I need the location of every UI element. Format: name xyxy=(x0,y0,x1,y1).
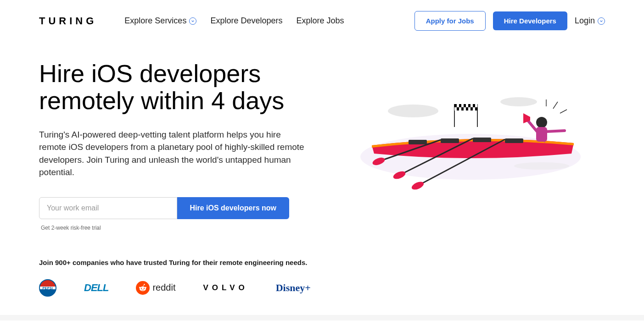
login-link[interactable]: Login xyxy=(575,16,605,26)
dell-label: DELL xyxy=(84,282,108,294)
svg-rect-10 xyxy=(457,107,459,110)
hero-content: Hire iOS developers remotely within 4 da… xyxy=(39,60,308,231)
svg-line-23 xyxy=(546,131,565,132)
email-form: Hire iOS developers now xyxy=(39,197,289,219)
svg-point-33 xyxy=(514,162,569,170)
svg-point-38 xyxy=(145,287,146,288)
chevron-down-icon xyxy=(598,17,605,25)
svg-point-36 xyxy=(144,288,145,289)
nav-label: Explore Developers xyxy=(210,16,282,26)
nav-label: Explore Services xyxy=(124,16,186,26)
svg-rect-16 xyxy=(409,140,427,144)
svg-line-25 xyxy=(553,102,558,109)
nav-explore-services[interactable]: Explore Services xyxy=(124,16,196,26)
pepsi-label: PEPSI xyxy=(42,286,53,289)
svg-rect-6 xyxy=(459,104,461,107)
svg-point-35 xyxy=(141,288,142,289)
trust-section: Join 900+ companies who have trusted Tur… xyxy=(0,259,644,315)
volvo-logo: VOLVO xyxy=(203,283,248,292)
svg-line-39 xyxy=(143,285,144,287)
bottom-divider xyxy=(0,315,644,320)
header-right: Apply for Jobs Hire Developers Login xyxy=(414,11,605,31)
hero-section: Hire iOS developers remotely within 4 da… xyxy=(0,42,644,259)
reddit-label: reddit xyxy=(152,282,175,293)
login-label: Login xyxy=(575,16,595,26)
header: TURING Explore Services Explore Develope… xyxy=(0,0,644,42)
logo[interactable]: TURING xyxy=(39,15,97,27)
svg-rect-19 xyxy=(505,138,523,143)
hero-description: Turing's AI-powered deep-vetting talent … xyxy=(39,128,308,179)
hire-developers-button[interactable]: Hire Developers xyxy=(493,11,567,30)
apply-jobs-button[interactable]: Apply for Jobs xyxy=(414,11,486,31)
dell-logo: DELL xyxy=(84,282,108,294)
header-left: TURING Explore Services Explore Develope… xyxy=(39,15,344,27)
reddit-logo: reddit xyxy=(136,281,175,295)
svg-point-0 xyxy=(388,105,438,117)
nav-explore-jobs[interactable]: Explore Jobs xyxy=(296,16,344,26)
disney-logo: Disney+ xyxy=(276,282,311,294)
nav-label: Explore Jobs xyxy=(296,16,344,26)
svg-point-1 xyxy=(500,97,537,106)
svg-point-37 xyxy=(139,287,140,288)
chevron-down-icon xyxy=(189,17,196,25)
trust-text: Join 900+ companies who have trusted Tur… xyxy=(39,259,605,266)
svg-rect-5 xyxy=(454,104,457,107)
nav-explore-developers[interactable]: Explore Developers xyxy=(210,16,282,26)
hero-title: Hire iOS developers remotely within 4 da… xyxy=(39,60,308,115)
svg-rect-8 xyxy=(468,104,470,107)
pepsi-logo: PEPSI xyxy=(39,279,56,297)
svg-rect-7 xyxy=(464,104,466,107)
svg-rect-18 xyxy=(473,138,491,142)
company-logos: PEPSI DELL reddit VOLVO xyxy=(39,279,605,297)
volvo-label: VOLVO xyxy=(203,283,248,292)
svg-rect-9 xyxy=(473,104,475,107)
svg-rect-11 xyxy=(461,107,464,110)
disney-label: Disney+ xyxy=(276,282,311,294)
svg-line-26 xyxy=(560,110,567,113)
svg-point-32 xyxy=(410,180,425,191)
email-input[interactable] xyxy=(39,197,177,219)
pepsi-icon: PEPSI xyxy=(39,279,56,297)
rowing-illustration xyxy=(358,86,583,205)
reddit-icon xyxy=(136,281,150,295)
svg-rect-13 xyxy=(470,107,473,110)
hero-illustration-container xyxy=(336,60,605,231)
svg-rect-14 xyxy=(475,107,477,110)
submit-button[interactable]: Hire iOS developers now xyxy=(177,197,290,219)
svg-rect-21 xyxy=(536,127,547,142)
svg-point-20 xyxy=(536,117,547,128)
svg-point-40 xyxy=(144,284,145,285)
svg-rect-12 xyxy=(466,107,468,110)
svg-rect-17 xyxy=(441,138,459,143)
main-nav: Explore Services Explore Developers Expl… xyxy=(124,16,344,26)
trial-text: Get 2-week risk-free trial xyxy=(41,225,308,231)
